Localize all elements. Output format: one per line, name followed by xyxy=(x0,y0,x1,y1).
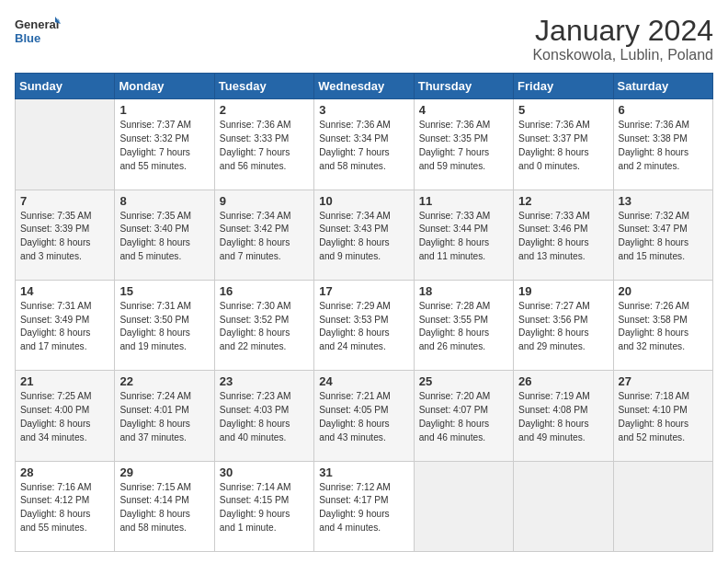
table-row: 20 Sunrise: 7:26 AM Sunset: 3:58 PM Dayl… xyxy=(613,280,712,370)
sunrise-text: Sunrise: 7:18 AM xyxy=(619,390,708,404)
sunset-text: Sunset: 4:05 PM xyxy=(319,404,408,418)
sunset-text: Sunset: 3:32 PM xyxy=(119,132,209,146)
sunset-text: Sunset: 4:14 PM xyxy=(119,494,209,508)
calendar-week-row: 7 Sunrise: 7:35 AM Sunset: 3:39 PM Dayli… xyxy=(16,190,713,280)
daylight-text: Daylight: 8 hours xyxy=(119,236,209,250)
sunset-text: Sunset: 4:17 PM xyxy=(319,494,408,508)
cell-info: Sunrise: 7:36 AM Sunset: 3:33 PM Dayligh… xyxy=(220,119,309,173)
daylight-minutes: and 26 minutes. xyxy=(419,340,508,354)
calendar-week-row: 21 Sunrise: 7:25 AM Sunset: 4:00 PM Dayl… xyxy=(16,371,713,461)
table-row: 29 Sunrise: 7:15 AM Sunset: 4:14 PM Dayl… xyxy=(115,461,214,551)
sunrise-text: Sunrise: 7:36 AM xyxy=(518,119,608,132)
header-tuesday: Tuesday xyxy=(214,74,313,99)
day-number: 19 xyxy=(518,284,608,298)
table-row: 7 Sunrise: 7:35 AM Sunset: 3:39 PM Dayli… xyxy=(16,190,115,280)
cell-info: Sunrise: 7:35 AM Sunset: 3:40 PM Dayligh… xyxy=(119,210,209,264)
daylight-text: Daylight: 8 hours xyxy=(419,236,508,250)
daylight-minutes: and 3 minutes. xyxy=(20,250,109,264)
cell-info: Sunrise: 7:36 AM Sunset: 3:38 PM Dayligh… xyxy=(619,119,708,173)
cell-info: Sunrise: 7:19 AM Sunset: 4:08 PM Dayligh… xyxy=(518,390,608,444)
daylight-minutes: and 55 minutes. xyxy=(119,160,209,174)
table-row: 21 Sunrise: 7:25 AM Sunset: 4:00 PM Dayl… xyxy=(16,371,115,461)
day-number: 6 xyxy=(619,103,708,117)
cell-info: Sunrise: 7:36 AM Sunset: 3:34 PM Dayligh… xyxy=(319,119,408,173)
daylight-text: Daylight: 8 hours xyxy=(119,508,209,522)
daylight-minutes: and 9 minutes. xyxy=(319,250,408,264)
sunset-text: Sunset: 4:08 PM xyxy=(518,404,608,418)
daylight-minutes: and 15 minutes. xyxy=(619,250,708,264)
sunrise-text: Sunrise: 7:34 AM xyxy=(319,210,408,224)
page-subtitle: Konskowola, Lublin, Poland xyxy=(532,47,713,63)
sunset-text: Sunset: 3:52 PM xyxy=(220,314,309,327)
cell-info: Sunrise: 7:35 AM Sunset: 3:39 PM Dayligh… xyxy=(20,210,109,264)
day-number: 9 xyxy=(220,194,309,208)
daylight-text: Daylight: 8 hours xyxy=(20,236,109,250)
table-row xyxy=(16,99,115,190)
table-row: 23 Sunrise: 7:23 AM Sunset: 4:03 PM Dayl… xyxy=(214,371,313,461)
header-monday: Monday xyxy=(115,74,214,99)
sunrise-text: Sunrise: 7:21 AM xyxy=(319,390,408,404)
table-row: 31 Sunrise: 7:12 AM Sunset: 4:17 PM Dayl… xyxy=(314,461,414,551)
sunrise-text: Sunrise: 7:35 AM xyxy=(20,210,109,224)
daylight-text: Daylight: 8 hours xyxy=(20,508,109,522)
sunrise-text: Sunrise: 7:31 AM xyxy=(119,300,209,314)
daylight-text: Daylight: 8 hours xyxy=(619,327,708,340)
daylight-minutes: and 37 minutes. xyxy=(119,431,209,445)
table-row: 15 Sunrise: 7:31 AM Sunset: 3:50 PM Dayl… xyxy=(115,280,214,370)
sunrise-text: Sunrise: 7:25 AM xyxy=(20,390,109,404)
daylight-text: Daylight: 8 hours xyxy=(619,146,708,160)
table-row: 6 Sunrise: 7:36 AM Sunset: 3:38 PM Dayli… xyxy=(613,99,712,190)
daylight-minutes: and 19 minutes. xyxy=(119,340,209,354)
cell-info: Sunrise: 7:20 AM Sunset: 4:07 PM Dayligh… xyxy=(419,390,508,444)
daylight-minutes: and 7 minutes. xyxy=(220,250,309,264)
daylight-minutes: and 11 minutes. xyxy=(419,250,508,264)
sunset-text: Sunset: 3:49 PM xyxy=(20,314,109,327)
daylight-minutes: and 2 minutes. xyxy=(619,160,708,174)
day-number: 12 xyxy=(518,194,608,208)
cell-info: Sunrise: 7:24 AM Sunset: 4:01 PM Dayligh… xyxy=(119,390,209,444)
daylight-text: Daylight: 8 hours xyxy=(518,327,608,340)
cell-info: Sunrise: 7:27 AM Sunset: 3:56 PM Dayligh… xyxy=(518,300,608,354)
calendar-week-row: 1 Sunrise: 7:37 AM Sunset: 3:32 PM Dayli… xyxy=(16,99,713,190)
day-number: 16 xyxy=(220,284,309,298)
day-number: 2 xyxy=(220,103,309,117)
cell-info: Sunrise: 7:28 AM Sunset: 3:55 PM Dayligh… xyxy=(419,300,508,354)
sunrise-text: Sunrise: 7:23 AM xyxy=(220,390,309,404)
table-row: 16 Sunrise: 7:30 AM Sunset: 3:52 PM Dayl… xyxy=(214,280,313,370)
day-number: 23 xyxy=(220,374,309,388)
cell-info: Sunrise: 7:29 AM Sunset: 3:53 PM Dayligh… xyxy=(319,300,408,354)
day-number: 1 xyxy=(119,103,209,117)
sunset-text: Sunset: 3:53 PM xyxy=(319,314,408,327)
daylight-text: Daylight: 8 hours xyxy=(220,236,309,250)
day-number: 5 xyxy=(518,103,608,117)
day-number: 21 xyxy=(20,374,109,388)
header-thursday: Thursday xyxy=(414,74,513,99)
sunset-text: Sunset: 4:00 PM xyxy=(20,404,109,418)
sunset-text: Sunset: 3:40 PM xyxy=(119,223,209,236)
sunset-text: Sunset: 4:15 PM xyxy=(220,494,309,508)
cell-info: Sunrise: 7:21 AM Sunset: 4:05 PM Dayligh… xyxy=(319,390,408,444)
sunrise-text: Sunrise: 7:36 AM xyxy=(319,119,408,132)
sunrise-text: Sunrise: 7:36 AM xyxy=(419,119,508,132)
sunset-text: Sunset: 4:01 PM xyxy=(119,404,209,418)
cell-info: Sunrise: 7:33 AM Sunset: 3:44 PM Dayligh… xyxy=(419,210,508,264)
day-number: 27 xyxy=(619,374,708,388)
cell-info: Sunrise: 7:12 AM Sunset: 4:17 PM Dayligh… xyxy=(319,481,408,535)
cell-info: Sunrise: 7:23 AM Sunset: 4:03 PM Dayligh… xyxy=(220,390,309,444)
table-row: 5 Sunrise: 7:36 AM Sunset: 3:37 PM Dayli… xyxy=(514,99,613,190)
daylight-minutes: and 22 minutes. xyxy=(220,340,309,354)
calendar: Sunday Monday Tuesday Wednesday Thursday… xyxy=(15,73,713,552)
header: General Blue January 2024 Konskowola, Lu… xyxy=(15,15,713,63)
daylight-minutes: and 43 minutes. xyxy=(319,431,408,445)
sunset-text: Sunset: 3:38 PM xyxy=(619,132,708,146)
sunset-text: Sunset: 4:12 PM xyxy=(20,494,109,508)
daylight-text: Daylight: 8 hours xyxy=(619,418,708,431)
sunrise-text: Sunrise: 7:14 AM xyxy=(220,481,309,495)
day-number: 4 xyxy=(419,103,508,117)
sunrise-text: Sunrise: 7:34 AM xyxy=(220,210,309,224)
day-number: 13 xyxy=(619,194,708,208)
daylight-text: Daylight: 7 hours xyxy=(119,146,209,160)
sunset-text: Sunset: 4:10 PM xyxy=(619,404,708,418)
sunrise-text: Sunrise: 7:12 AM xyxy=(319,481,408,495)
daylight-text: Daylight: 8 hours xyxy=(518,146,608,160)
